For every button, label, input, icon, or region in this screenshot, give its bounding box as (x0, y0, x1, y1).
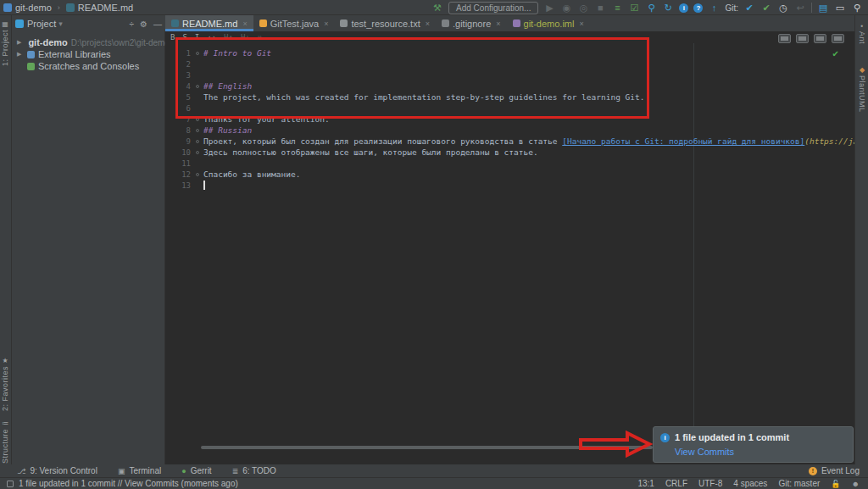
editor-line[interactable]: 3 (165, 69, 854, 81)
refresh-icon[interactable]: ↻ (662, 0, 674, 15)
hector-inspector-icon[interactable]: ☻ (852, 480, 860, 488)
info-icon[interactable]: i (679, 3, 688, 13)
stop-icon[interactable]: ■ (594, 0, 606, 15)
view-commits-link[interactable]: View Commits (675, 447, 846, 457)
tree-item-scratches-and-consoles[interactable]: Scratches and Consoles (12, 60, 164, 72)
sidebar-item-favorites[interactable]: ★2: Favorites (1, 357, 9, 411)
close-tab-icon[interactable]: × (496, 19, 500, 28)
expand-arrow-icon[interactable]: ▶ (17, 39, 21, 46)
editor-line[interactable]: 12Спасибо за внимание. (165, 169, 854, 180)
markdown-link[interactable]: [Начало работы с Git: подробный гайд для… (562, 136, 804, 146)
code-span-icon[interactable]: ‹› (207, 33, 216, 42)
editor-only-view-icon[interactable] (778, 34, 791, 43)
editor-line[interactable]: 8## Russian (165, 125, 854, 136)
sidebar-item-plantuml[interactable]: ◆PlantUML (855, 66, 868, 113)
auto-scroll-view-icon[interactable] (832, 34, 844, 43)
header-up-icon[interactable]: H↑ (224, 33, 233, 42)
commit-checkbox-icon[interactable]: ☑ (628, 0, 640, 15)
help-icon[interactable]: ? (693, 3, 703, 13)
push-icon[interactable]: ↑ (708, 0, 720, 15)
editor-line[interactable]: 13 (165, 180, 854, 191)
editor-line[interactable]: 7Thanks for your attention. (165, 114, 854, 125)
editor[interactable]: BSI‹›H↑H↓⌗ ✔ 1# Intro to Git234## Englis… (165, 31, 854, 464)
window-icon[interactable]: ▭ (834, 0, 846, 15)
editor-line[interactable]: 11 (165, 158, 854, 169)
close-tab-icon[interactable]: × (579, 19, 583, 28)
balloon-icon: ! (809, 467, 817, 475)
toolwindow-button-gerrit[interactable]: ●Gerrit (181, 466, 211, 475)
notification-popup[interactable]: i 1 file updated in 1 commit View Commit… (653, 426, 854, 463)
toolbar-separator (811, 3, 812, 13)
header-down-icon[interactable]: H↓ (241, 33, 250, 42)
project-structure-icon[interactable]: ▤ (817, 0, 829, 15)
profiler-icon[interactable]: ◉ (560, 0, 572, 15)
tab-.gitignore[interactable]: .gitignore× (436, 15, 507, 31)
status-encoding[interactable]: UTF-8 (698, 479, 722, 488)
attach-debugger-icon[interactable]: ◎ (577, 0, 589, 15)
readonly-lock-icon[interactable]: 🔓 (831, 480, 840, 488)
toolwindow-toggle-icon[interactable] (7, 481, 14, 487)
preview-only-view-icon[interactable] (814, 34, 826, 43)
settings-gear-icon[interactable]: ⚙ (140, 19, 147, 29)
toolwindow-button-9-version-control[interactable]: ⎇9: Version Control (17, 466, 97, 475)
run-icon[interactable]: ▶ (543, 0, 555, 15)
chevron-down-icon[interactable]: ▾ (58, 19, 63, 28)
horizontal-scrollbar[interactable] (201, 446, 653, 449)
tree-node-label: git-demoD:\projects\own2\git-demo (28, 37, 170, 47)
tab-README.md[interactable]: README.md× (165, 15, 253, 31)
editor-line[interactable]: 4## English (165, 81, 854, 92)
file-icon (259, 19, 267, 27)
tab-git-demo.iml[interactable]: git-demo.iml× (507, 15, 590, 31)
bold-icon[interactable]: B (170, 33, 175, 42)
main-toolbar: ⚒ Add Configuration... ▶◉◎■≡☑⚲↻i?↑Git:✔✔… (431, 0, 863, 15)
tab-GitTest.java[interactable]: GitTest.java× (253, 15, 335, 31)
tree-item-external-libraries[interactable]: ▶External Libraries (12, 48, 164, 60)
toolwindow-button-terminal[interactable]: ▣Terminal (118, 466, 161, 475)
line-marker (196, 118, 203, 121)
breadcrumb[interactable]: git-demo › README.md (3, 3, 133, 13)
strikethrough-icon[interactable]: S (182, 33, 186, 42)
editor-tab-bar: README.md×GitTest.java×test_resource.txt… (165, 15, 854, 31)
code-text: ## English (203, 81, 252, 91)
search-icon[interactable]: ⚲ (851, 0, 863, 15)
event-log-button[interactable]: ! Event Log (809, 466, 860, 475)
update-project-icon[interactable]: ✔ (743, 0, 755, 15)
editor-line[interactable]: 6 (165, 103, 854, 114)
toolwindow-button-6-todo[interactable]: ≣6: TODO (232, 466, 276, 475)
editor-line[interactable]: 10Здесь полностью отображены все шаги, к… (165, 147, 854, 158)
project-panel-title[interactable]: Project (27, 19, 56, 29)
tree-item-git-demo[interactable]: ▶git-demoD:\projects\own2\git-demo (12, 36, 164, 48)
close-tab-icon[interactable]: × (426, 19, 430, 28)
build-hammer-icon[interactable]: ⚒ (431, 0, 443, 15)
breadcrumb-file[interactable]: README.md (78, 3, 133, 13)
link-icon[interactable]: ⌗ (258, 33, 262, 42)
status-message[interactable]: 1 file updated in 1 commit // View Commi… (7, 479, 238, 488)
close-tab-icon[interactable]: × (324, 19, 328, 28)
editor-line[interactable]: 2 (165, 58, 854, 69)
tab-test_resource.txt[interactable]: test_resource.txt× (334, 15, 436, 31)
editor-line[interactable]: 9Проект, который был создан для реализац… (165, 136, 854, 147)
editor-line[interactable]: 5The project, which was created for impl… (165, 92, 854, 103)
changelist-icon[interactable]: ≡ (611, 0, 623, 15)
breadcrumb-project[interactable]: git-demo (15, 3, 52, 13)
italic-icon[interactable]: I (195, 33, 199, 42)
project-stripe-icon: ▦ (2, 20, 8, 28)
split-view-icon[interactable] (796, 34, 809, 43)
close-tab-icon[interactable]: × (242, 19, 247, 28)
expand-arrow-icon[interactable]: ▶ (17, 51, 24, 58)
status-caret-position[interactable]: 13:1 (637, 479, 654, 488)
sidebar-item-project[interactable]: ▦ 1: Project (1, 20, 9, 66)
history-icon[interactable]: ◷ (777, 0, 789, 15)
rollback-icon[interactable]: ↩ (794, 0, 806, 15)
status-line-ending[interactable]: CRLF (665, 479, 687, 488)
editor-lines[interactable]: 1# Intro to Git234## English5The project… (165, 47, 854, 191)
editor-line[interactable]: 1# Intro to Git (165, 47, 854, 58)
status-git-branch[interactable]: Git: master (778, 479, 820, 488)
add-configuration-button[interactable]: Add Configuration... (448, 2, 538, 14)
sidebar-item-ant[interactable]: ▪Ant (855, 22, 868, 44)
status-indent[interactable]: 4 spaces (733, 479, 767, 488)
split-icon[interactable]: ÷ (130, 19, 135, 29)
hide-panel-icon[interactable]: — (153, 19, 162, 29)
find-icon[interactable]: ⚲ (645, 0, 657, 15)
commit-icon[interactable]: ✔ (760, 0, 772, 15)
